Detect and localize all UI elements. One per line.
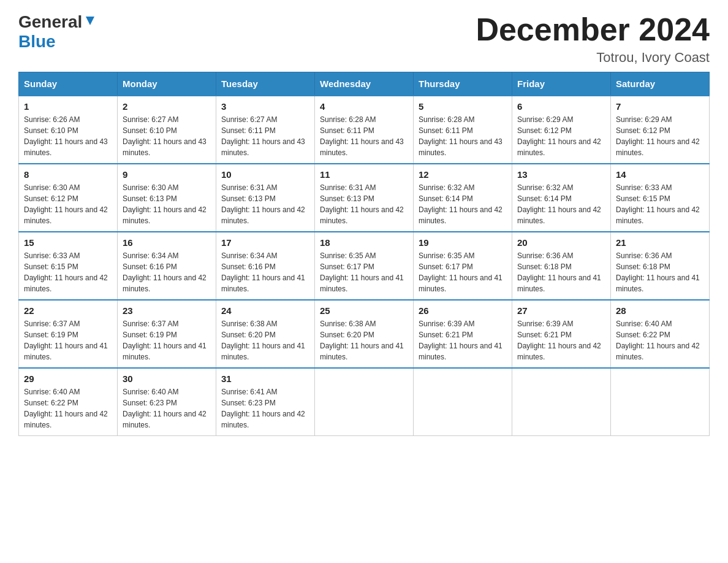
day-number: 17 (221, 237, 309, 248)
day-number: 23 (123, 305, 211, 316)
day-number: 21 (616, 237, 704, 248)
day-info: Sunrise: 6:40 AMSunset: 6:22 PMDaylight:… (616, 320, 700, 361)
calendar-day-cell: 2 Sunrise: 6:27 AMSunset: 6:10 PMDayligh… (118, 96, 216, 164)
calendar-day-cell: 13 Sunrise: 6:32 AMSunset: 6:14 PMDaylig… (512, 164, 611, 232)
day-number: 10 (221, 169, 309, 180)
header-thursday: Thursday (414, 72, 512, 96)
calendar-day-cell: 4 Sunrise: 6:28 AMSunset: 6:11 PMDayligh… (315, 96, 414, 164)
day-info: Sunrise: 6:36 AMSunset: 6:18 PMDaylight:… (616, 251, 700, 293)
day-number: 25 (320, 305, 408, 316)
day-info: Sunrise: 6:34 AMSunset: 6:16 PMDaylight:… (123, 251, 207, 293)
calendar-day-cell: 8 Sunrise: 6:30 AMSunset: 6:12 PMDayligh… (19, 164, 118, 232)
calendar-day-cell: 26 Sunrise: 6:39 AMSunset: 6:21 PMDaylig… (414, 300, 512, 368)
day-info: Sunrise: 6:37 AMSunset: 6:19 PMDaylight:… (24, 320, 108, 361)
calendar-week-row: 22 Sunrise: 6:37 AMSunset: 6:19 PMDaylig… (19, 300, 710, 368)
day-info: Sunrise: 6:31 AMSunset: 6:13 PMDaylight:… (221, 183, 305, 225)
day-number: 5 (419, 101, 507, 112)
day-number: 18 (320, 237, 408, 248)
calendar-day-cell: 30 Sunrise: 6:40 AMSunset: 6:23 PMDaylig… (118, 368, 216, 436)
calendar-day-cell: 5 Sunrise: 6:28 AMSunset: 6:11 PMDayligh… (414, 96, 512, 164)
calendar-week-row: 29 Sunrise: 6:40 AMSunset: 6:22 PMDaylig… (19, 368, 710, 436)
day-info: Sunrise: 6:27 AMSunset: 6:10 PMDaylight:… (123, 115, 207, 157)
calendar-day-cell: 14 Sunrise: 6:33 AMSunset: 6:15 PMDaylig… (611, 164, 710, 232)
calendar-day-cell: 23 Sunrise: 6:37 AMSunset: 6:19 PMDaylig… (118, 300, 216, 368)
day-info: Sunrise: 6:36 AMSunset: 6:18 PMDaylight:… (517, 251, 601, 293)
calendar-day-cell: 19 Sunrise: 6:35 AMSunset: 6:17 PMDaylig… (414, 232, 512, 300)
day-info: Sunrise: 6:35 AMSunset: 6:17 PMDaylight:… (419, 251, 502, 293)
day-number: 11 (320, 169, 408, 180)
calendar-day-cell: 18 Sunrise: 6:35 AMSunset: 6:17 PMDaylig… (315, 232, 414, 300)
day-info: Sunrise: 6:29 AMSunset: 6:12 PMDaylight:… (517, 115, 601, 157)
calendar-week-row: 8 Sunrise: 6:30 AMSunset: 6:12 PMDayligh… (19, 164, 710, 232)
calendar-day-cell (414, 368, 512, 436)
day-info: Sunrise: 6:39 AMSunset: 6:21 PMDaylight:… (419, 320, 502, 361)
calendar-day-cell: 27 Sunrise: 6:39 AMSunset: 6:21 PMDaylig… (512, 300, 611, 368)
day-info: Sunrise: 6:30 AMSunset: 6:13 PMDaylight:… (123, 183, 207, 225)
day-number: 13 (517, 169, 605, 180)
calendar-day-cell: 7 Sunrise: 6:29 AMSunset: 6:12 PMDayligh… (611, 96, 710, 164)
day-number: 28 (616, 305, 704, 316)
calendar-week-row: 15 Sunrise: 6:33 AMSunset: 6:15 PMDaylig… (19, 232, 710, 300)
day-number: 16 (123, 237, 211, 248)
day-number: 31 (221, 373, 309, 384)
calendar-day-cell: 9 Sunrise: 6:30 AMSunset: 6:13 PMDayligh… (118, 164, 216, 232)
title-block: December 2024 Totrou, Ivory Coast (476, 12, 710, 66)
day-number: 2 (123, 101, 211, 112)
day-number: 6 (517, 101, 605, 112)
calendar-day-cell: 12 Sunrise: 6:32 AMSunset: 6:14 PMDaylig… (414, 164, 512, 232)
header-tuesday: Tuesday (216, 72, 315, 96)
calendar-day-cell (315, 368, 414, 436)
day-number: 8 (24, 169, 112, 180)
day-number: 20 (517, 237, 605, 248)
day-info: Sunrise: 6:35 AMSunset: 6:17 PMDaylight:… (320, 251, 404, 293)
calendar-day-cell: 1 Sunrise: 6:26 AMSunset: 6:10 PMDayligh… (19, 96, 118, 164)
calendar-day-cell: 20 Sunrise: 6:36 AMSunset: 6:18 PMDaylig… (512, 232, 611, 300)
day-number: 9 (123, 169, 211, 180)
calendar-day-cell: 15 Sunrise: 6:33 AMSunset: 6:15 PMDaylig… (19, 232, 118, 300)
header-friday: Friday (512, 72, 611, 96)
calendar-week-row: 1 Sunrise: 6:26 AMSunset: 6:10 PMDayligh… (19, 96, 710, 164)
logo-general-text: General (18, 12, 82, 32)
day-info: Sunrise: 6:37 AMSunset: 6:19 PMDaylight:… (123, 320, 207, 361)
day-info: Sunrise: 6:28 AMSunset: 6:11 PMDaylight:… (320, 115, 404, 157)
logo-arrow-icon (82, 17, 97, 28)
logo: General Blue (18, 12, 97, 52)
logo-blue-text: Blue (18, 32, 56, 51)
page-subtitle: Totrou, Ivory Coast (476, 50, 710, 66)
day-number: 1 (24, 101, 112, 112)
day-info: Sunrise: 6:32 AMSunset: 6:14 PMDaylight:… (517, 183, 601, 225)
header-monday: Monday (118, 72, 216, 96)
calendar-day-cell: 16 Sunrise: 6:34 AMSunset: 6:16 PMDaylig… (118, 232, 216, 300)
header-saturday: Saturday (611, 72, 710, 96)
calendar-header-row: Sunday Monday Tuesday Wednesday Thursday… (19, 72, 710, 96)
day-info: Sunrise: 6:34 AMSunset: 6:16 PMDaylight:… (221, 251, 305, 293)
calendar-day-cell (512, 368, 611, 436)
day-info: Sunrise: 6:41 AMSunset: 6:23 PMDaylight:… (221, 388, 305, 429)
day-number: 24 (221, 305, 309, 316)
day-number: 29 (24, 373, 112, 384)
day-info: Sunrise: 6:38 AMSunset: 6:20 PMDaylight:… (221, 320, 305, 361)
day-number: 12 (419, 169, 507, 180)
day-info: Sunrise: 6:40 AMSunset: 6:22 PMDaylight:… (24, 388, 108, 429)
header-sunday: Sunday (19, 72, 118, 96)
page-title: December 2024 (476, 12, 710, 47)
calendar-table: Sunday Monday Tuesday Wednesday Thursday… (18, 72, 710, 436)
header-wednesday: Wednesday (315, 72, 414, 96)
day-info: Sunrise: 6:38 AMSunset: 6:20 PMDaylight:… (320, 320, 404, 361)
day-number: 15 (24, 237, 112, 248)
calendar-day-cell: 28 Sunrise: 6:40 AMSunset: 6:22 PMDaylig… (611, 300, 710, 368)
day-info: Sunrise: 6:33 AMSunset: 6:15 PMDaylight:… (24, 251, 108, 293)
calendar-day-cell: 25 Sunrise: 6:38 AMSunset: 6:20 PMDaylig… (315, 300, 414, 368)
day-info: Sunrise: 6:40 AMSunset: 6:23 PMDaylight:… (123, 388, 207, 429)
calendar-day-cell (611, 368, 710, 436)
day-info: Sunrise: 6:30 AMSunset: 6:12 PMDaylight:… (24, 183, 108, 225)
day-number: 22 (24, 305, 112, 316)
day-number: 4 (320, 101, 408, 112)
calendar-day-cell: 24 Sunrise: 6:38 AMSunset: 6:20 PMDaylig… (216, 300, 315, 368)
day-number: 14 (616, 169, 704, 180)
day-number: 26 (419, 305, 507, 316)
day-info: Sunrise: 6:33 AMSunset: 6:15 PMDaylight:… (616, 183, 700, 225)
calendar-day-cell: 17 Sunrise: 6:34 AMSunset: 6:16 PMDaylig… (216, 232, 315, 300)
calendar-day-cell: 3 Sunrise: 6:27 AMSunset: 6:11 PMDayligh… (216, 96, 315, 164)
calendar-day-cell: 6 Sunrise: 6:29 AMSunset: 6:12 PMDayligh… (512, 96, 611, 164)
